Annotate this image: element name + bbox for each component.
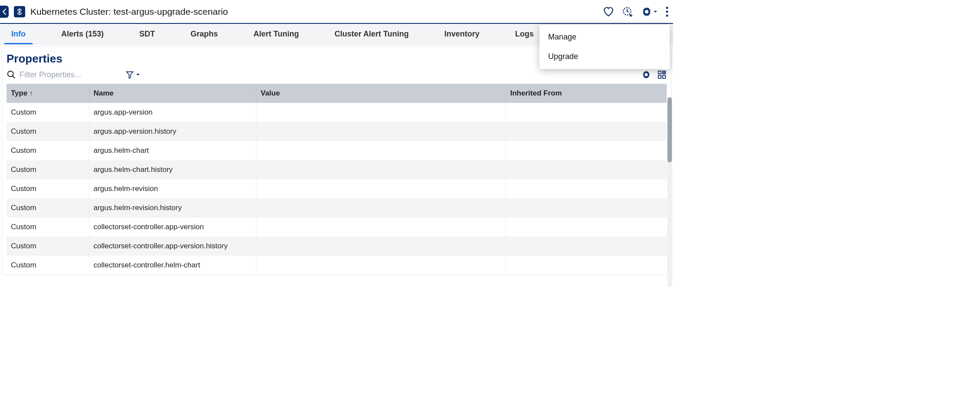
cell-type: Custom <box>7 179 89 198</box>
table-row[interactable]: Customargus.helm-revision.history <box>7 198 667 217</box>
caret-down-icon <box>653 10 658 14</box>
search-icon <box>7 70 16 79</box>
cell-type: Custom <box>7 103 89 122</box>
kubernetes-icon <box>14 6 25 17</box>
filter-input[interactable] <box>20 70 106 79</box>
more-button[interactable] <box>665 6 669 17</box>
table-row[interactable]: Customargus.helm-chart.history <box>7 160 667 179</box>
col-header-inherited[interactable]: Inherited From <box>506 84 667 103</box>
schedule-button[interactable] <box>622 6 633 17</box>
col-header-name[interactable]: Name <box>89 84 256 103</box>
svg-point-1 <box>645 10 648 13</box>
dropdown-item-manage[interactable]: Manage <box>539 27 670 47</box>
cell-inherited <box>506 179 667 198</box>
chevron-left-icon <box>2 9 7 15</box>
cell-name: argus.helm-chart <box>89 141 256 160</box>
funnel-icon <box>125 70 134 79</box>
tab-logs[interactable]: Logs <box>508 24 541 44</box>
properties-table: Type↑ Name Value Inherited From Customar… <box>7 84 667 275</box>
cell-inherited <box>506 103 667 122</box>
svg-point-5 <box>8 71 13 77</box>
panel-settings-button[interactable] <box>641 70 651 79</box>
cell-name: argus.helm-revision.history <box>89 198 256 217</box>
caret-down-icon <box>136 72 140 77</box>
svg-point-6 <box>645 73 648 76</box>
svg-point-11 <box>663 72 665 73</box>
tab-alerts[interactable]: Alerts (153) <box>54 24 111 44</box>
table-row[interactable]: Customcollectorset-controller.helm-chart <box>7 256 667 275</box>
dropdown-item-upgrade[interactable]: Upgrade <box>539 47 670 66</box>
table-row[interactable]: Customargus.app-version <box>7 103 667 122</box>
tab-alert-tuning[interactable]: Alert Tuning <box>247 24 306 44</box>
svg-point-3 <box>666 10 668 13</box>
table-row[interactable]: Customargus.helm-revision <box>7 179 667 198</box>
sort-asc-icon: ↑ <box>29 89 33 97</box>
svg-point-4 <box>666 14 668 16</box>
kebab-icon <box>665 6 669 17</box>
cell-inherited <box>506 160 667 179</box>
gear-icon <box>641 6 652 17</box>
cell-name: collectorset-controller.app-version <box>89 217 256 237</box>
scrollbar-thumb[interactable] <box>668 97 672 162</box>
table-row[interactable]: Customcollectorset-controller.app-versio… <box>7 237 667 256</box>
col-header-type[interactable]: Type↑ <box>7 84 89 103</box>
svg-rect-7 <box>658 71 661 74</box>
page-title: Kubernetes Cluster: test-argus-upgrade-s… <box>30 7 228 17</box>
gear-icon <box>641 70 651 79</box>
filter-button[interactable] <box>125 70 140 79</box>
tab-sdt[interactable]: SDT <box>132 24 162 44</box>
tab-cluster-alert-tuning[interactable]: Cluster Alert Tuning <box>328 24 416 44</box>
cell-type: Custom <box>7 237 89 256</box>
cell-value <box>256 103 506 122</box>
cell-name: argus.app-version.history <box>89 122 256 141</box>
cell-inherited <box>506 122 667 141</box>
search-box <box>7 70 119 79</box>
cell-type: Custom <box>7 198 89 217</box>
vertical-scrollbar[interactable] <box>667 97 672 287</box>
cell-inherited <box>506 237 667 256</box>
cell-type: Custom <box>7 141 89 160</box>
table-body: Customargus.app-versionCustomargus.app-v… <box>7 103 667 275</box>
svg-point-2 <box>666 7 668 9</box>
cell-type: Custom <box>7 256 89 275</box>
cell-inherited <box>506 141 667 160</box>
tab-graphs[interactable]: Graphs <box>184 24 225 44</box>
cell-inherited <box>506 217 667 237</box>
filter-row <box>7 70 667 79</box>
cell-value <box>256 198 506 217</box>
grid-icon <box>657 70 667 79</box>
heart-icon <box>603 6 614 17</box>
cell-inherited <box>506 256 667 275</box>
table-row[interactable]: Customargus.helm-chart <box>7 141 667 160</box>
tab-info[interactable]: Info <box>4 24 33 44</box>
cell-value <box>256 237 506 256</box>
favorite-button[interactable] <box>603 6 614 17</box>
cell-value <box>256 256 506 275</box>
cell-name: argus.helm-revision <box>89 179 256 198</box>
cell-type: Custom <box>7 160 89 179</box>
tab-inventory[interactable]: Inventory <box>437 24 487 44</box>
topbar-left: Kubernetes Cluster: test-argus-upgrade-s… <box>4 6 228 18</box>
panel-actions <box>641 70 667 79</box>
cell-value <box>256 179 506 198</box>
cell-value <box>256 122 506 141</box>
topbar-right <box>603 6 669 17</box>
cell-name: collectorset-controller.helm-chart <box>89 256 256 275</box>
cell-name: argus.app-version <box>89 103 256 122</box>
top-bar: Kubernetes Cluster: test-argus-upgrade-s… <box>0 0 673 24</box>
table-row[interactable]: Customargus.app-version.history <box>7 122 667 141</box>
svg-rect-10 <box>663 76 665 78</box>
table-row[interactable]: Customcollectorset-controller.app-versio… <box>7 217 667 237</box>
cell-type: Custom <box>7 217 89 237</box>
cell-inherited <box>506 198 667 217</box>
svg-rect-9 <box>658 76 661 78</box>
settings-button[interactable] <box>641 6 658 17</box>
col-header-value[interactable]: Value <box>256 84 506 103</box>
cell-value <box>256 141 506 160</box>
back-button[interactable] <box>0 6 9 18</box>
cell-type: Custom <box>7 122 89 141</box>
table-header-row: Type↑ Name Value Inherited From <box>7 84 667 103</box>
clock-plus-icon <box>622 6 633 17</box>
panel-layout-button[interactable] <box>657 70 667 79</box>
cell-name: collectorset-controller.app-version.hist… <box>89 237 256 256</box>
